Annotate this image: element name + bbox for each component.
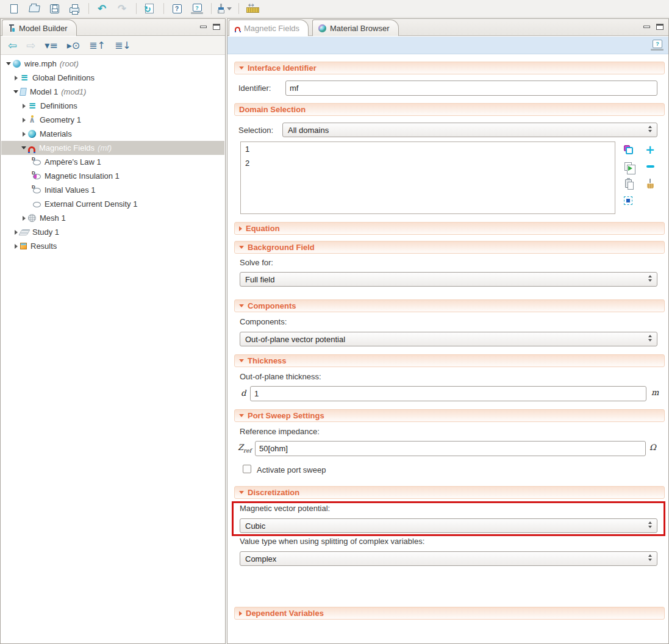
expander-open-icon[interactable] (4, 62, 13, 65)
tree-item-external-current-density-1[interactable]: External Current Density 1 (1, 197, 224, 211)
section-title: Equation (246, 224, 280, 233)
show-node-icon[interactable]: ▸⊙ (67, 41, 80, 51)
new-file-button[interactable] (6, 1, 22, 16)
tree-item-geometry-1[interactable]: Geometry 1 (1, 113, 224, 127)
domain-d-icon (33, 188, 41, 193)
components-dropdown[interactable]: Out-of-plane vector potential (240, 332, 657, 346)
list-item[interactable]: 2 (241, 156, 615, 170)
maximize-icon[interactable] (213, 24, 220, 30)
back-icon[interactable]: ⇦ (8, 40, 17, 51)
expander-closed-icon[interactable] (20, 118, 28, 123)
tab-magnetic-fields[interactable]: Magnetic Fields (229, 20, 309, 36)
tree-item-model-1[interactable]: Model 1(mod1) (1, 85, 224, 99)
remove-from-selection-button[interactable] (643, 160, 657, 173)
tree-item-label: wire.mph (24, 59, 57, 68)
expander-closed-icon[interactable] (20, 216, 28, 221)
expander-closed-icon[interactable] (20, 132, 28, 137)
domain-list[interactable]: 12 (240, 141, 615, 214)
print-button[interactable] (66, 1, 82, 16)
redo-button[interactable]: ↷ (114, 1, 130, 16)
section-background-field[interactable]: Background Field (234, 241, 665, 254)
collapse-all-icon[interactable]: ▾≡ (45, 41, 57, 51)
update-solution-button[interactable] (141, 1, 157, 16)
section-discretization[interactable]: Discretization (234, 486, 665, 499)
remove-from-selection-icon (646, 165, 654, 168)
move-down-icon[interactable]: ≣↓ (115, 41, 131, 51)
activate-port-sweep-checkbox[interactable] (243, 465, 251, 473)
help-icon[interactable]: ? (653, 40, 662, 48)
toolbar-separator (136, 3, 137, 14)
section-port-sweep[interactable]: Port Sweep Settings (234, 409, 665, 422)
paste-selection-button[interactable] (621, 177, 635, 190)
minimize-icon[interactable] (643, 26, 650, 28)
identifier-input[interactable] (285, 80, 657, 96)
tree-item-amp-re-s-law-1[interactable]: Ampère's Law 1 (1, 155, 224, 169)
expander-closed-icon[interactable] (12, 244, 20, 249)
documentation-button[interactable]: ? (189, 1, 205, 16)
tree-item-magnetic-insulation-1[interactable]: Magnetic Insulation 1 (1, 169, 224, 183)
tree-item-label: Materials (40, 129, 72, 138)
activate-port-sweep-label: Activate port sweep (257, 465, 326, 474)
minimize-icon[interactable] (200, 26, 207, 28)
section-thickness[interactable]: Thickness (234, 354, 665, 367)
impedance-input[interactable] (255, 441, 646, 456)
spinner-icon (648, 275, 652, 282)
list-item[interactable]: 1 (241, 142, 615, 156)
help-icon: ? (173, 4, 182, 13)
copy-selection-button[interactable] (621, 160, 635, 173)
tree-item-definitions[interactable]: Definitions (1, 99, 224, 113)
help-button[interactable]: ? (169, 1, 185, 16)
section-title: Thickness (248, 356, 287, 365)
undo-icon: ↶ (98, 2, 106, 15)
collapse-triangle-icon (239, 414, 244, 417)
expander-closed-icon[interactable] (12, 76, 20, 80)
thickness-unit: m (651, 388, 659, 397)
section-components[interactable]: Components (234, 299, 665, 312)
maximize-icon[interactable] (656, 24, 664, 30)
tab-material-browser[interactable]: Material Browser (312, 20, 399, 36)
open-file-button[interactable] (26, 1, 42, 16)
impedance-symbol: Zref (238, 443, 251, 454)
clear-selection-button[interactable] (643, 177, 657, 190)
expander-open-icon[interactable] (20, 146, 28, 149)
settings-panel: Magnetic Fields Material Browser ? Inter… (227, 18, 669, 644)
materials-icon (28, 130, 36, 138)
section-interface-identifier[interactable]: Interface Identifier (234, 62, 665, 74)
tree-item-initial-values-1[interactable]: Initial Values 1 (1, 183, 224, 197)
selection-dropdown[interactable]: All domains (282, 123, 657, 137)
magnetic-vector-potential-dropdown[interactable]: Cubic (240, 518, 657, 533)
thickness-input[interactable] (250, 386, 646, 401)
tree-item-magnetic-fields[interactable]: Magnetic Fields(mf) (1, 141, 224, 155)
forward-icon[interactable]: ⇨ (26, 40, 35, 51)
section-dependent-variables[interactable]: Dependent Variables (234, 607, 665, 620)
tree-item-global-definitions[interactable]: Global Definitions (1, 71, 224, 85)
expander-closed-icon[interactable] (20, 104, 28, 109)
tree-item-label: Ampère's Law 1 (45, 157, 101, 166)
tree-item-results[interactable]: Results (1, 239, 224, 253)
tree-item-materials[interactable]: Materials (1, 127, 224, 141)
expander-open-icon[interactable] (12, 90, 20, 93)
tree-item-mesh-1[interactable]: Mesh 1 (1, 211, 224, 225)
measure-button[interactable] (244, 1, 260, 16)
collapse-triangle-icon (239, 66, 244, 70)
undo-button[interactable]: ↶ (94, 1, 110, 16)
tab-model-builder[interactable]: Model Builder (2, 20, 77, 36)
zoom-to-selection-button[interactable] (621, 194, 635, 207)
tree-item-label: Definitions (40, 101, 77, 110)
model-tree: wire.mph(root)Global DefinitionsModel 1(… (1, 57, 224, 643)
thickness-label: Out-of-plane thickness: (240, 372, 321, 381)
model-builder-title: Model Builder (19, 24, 68, 33)
clear-brush-button[interactable] (216, 1, 232, 16)
section-domain-selection[interactable]: Domain Selection (234, 103, 665, 116)
section-equation[interactable]: Equation (234, 222, 665, 235)
tree-item-wire-mph[interactable]: wire.mph(root) (1, 57, 224, 71)
active-selection-button[interactable] (621, 143, 635, 156)
add-to-selection-button[interactable]: + (643, 143, 657, 156)
components-value: Out-of-plane vector potential (245, 335, 345, 344)
tree-item-study-1[interactable]: Study 1 (1, 225, 224, 239)
move-up-icon[interactable]: ≣↑ (89, 41, 106, 51)
save-button[interactable] (46, 1, 62, 16)
solve-for-dropdown[interactable]: Full field (240, 272, 657, 287)
open-file-icon (29, 5, 40, 12)
value-type-dropdown[interactable]: Complex (240, 551, 657, 566)
